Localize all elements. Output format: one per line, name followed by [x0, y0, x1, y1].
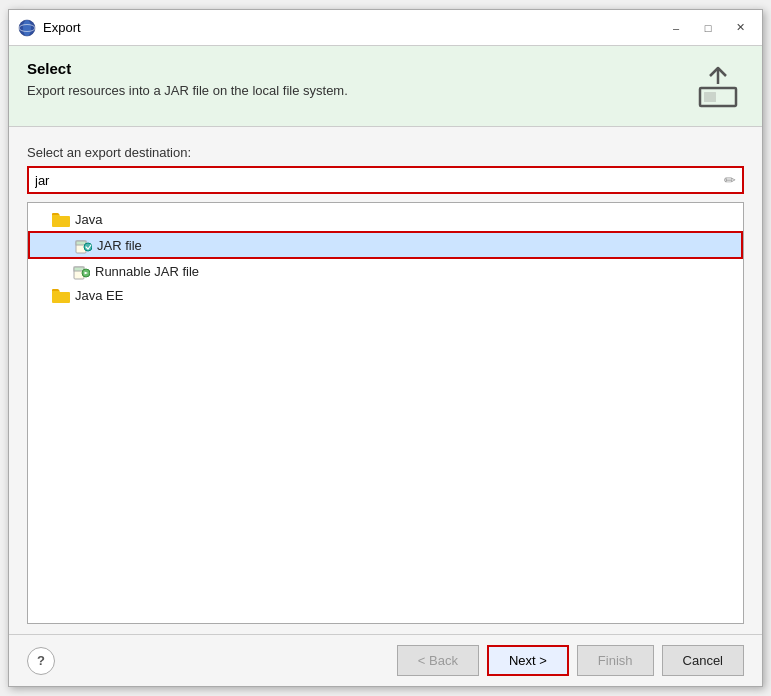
header-title: Select [27, 60, 348, 77]
tree-item-javaee-label: Java EE [75, 288, 123, 303]
header-text: Select Export resources into a JAR file … [27, 60, 348, 98]
cancel-button[interactable]: Cancel [662, 645, 744, 676]
back-button[interactable]: < Back [397, 645, 479, 676]
next-button[interactable]: Next > [487, 645, 569, 676]
search-input[interactable] [29, 169, 718, 192]
svg-rect-4 [704, 92, 716, 102]
export-icon [692, 60, 744, 112]
tree-item-runnable-jar[interactable]: Runnable JAR file [28, 259, 743, 283]
folder-icon [52, 210, 70, 228]
maximize-button[interactable]: □ [694, 18, 722, 38]
search-clear-button[interactable]: ✏ [718, 168, 742, 192]
svg-point-1 [23, 20, 31, 36]
jar-icon [74, 236, 92, 254]
folder-javaee-icon [52, 286, 70, 304]
header-area: Select Export resources into a JAR file … [9, 46, 762, 127]
tree-item-javaee[interactable]: Java EE [28, 283, 743, 307]
header-description: Export resources into a JAR file on the … [27, 83, 348, 98]
window-controls: – □ ✕ [662, 18, 754, 38]
runnable-jar-icon [72, 262, 90, 280]
search-row: ✏ [27, 166, 744, 194]
destination-label: Select an export destination: [27, 145, 744, 160]
window-title: Export [43, 20, 662, 35]
tree-item-jar[interactable]: JAR file [28, 231, 743, 259]
tree-item-jar-label: JAR file [97, 238, 142, 253]
minimize-button[interactable]: – [662, 18, 690, 38]
app-icon [17, 18, 37, 38]
tree-item-runnable-jar-label: Runnable JAR file [95, 264, 199, 279]
finish-button[interactable]: Finish [577, 645, 654, 676]
tree-item-java-label: Java [75, 212, 102, 227]
title-bar: Export – □ ✕ [9, 10, 762, 46]
help-button[interactable]: ? [27, 647, 55, 675]
tree-item-java[interactable]: Java [28, 207, 743, 231]
footer-buttons: < Back Next > Finish Cancel [397, 645, 744, 676]
export-dialog: Export – □ ✕ Select Export resources int… [8, 9, 763, 687]
main-content: Select an export destination: ✏ Java [9, 127, 762, 634]
footer: ? < Back Next > Finish Cancel [9, 634, 762, 686]
close-button[interactable]: ✕ [726, 18, 754, 38]
tree-container[interactable]: Java JAR file [27, 202, 744, 624]
